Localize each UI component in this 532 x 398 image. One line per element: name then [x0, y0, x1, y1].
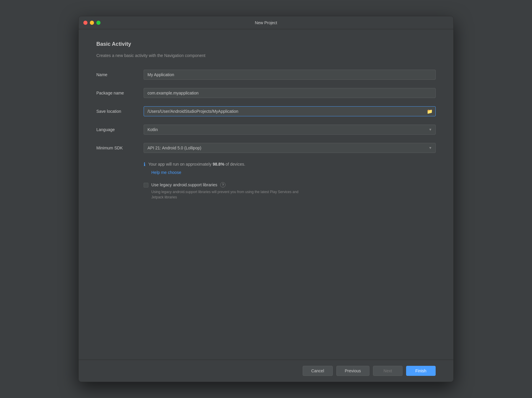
info-text-suffix: of devices.	[224, 162, 245, 167]
help-me-choose-link[interactable]: Help me choose	[151, 170, 181, 175]
package-input[interactable]	[144, 88, 436, 98]
checkbox-help-icon[interactable]: ?	[220, 182, 226, 187]
language-row: Language Kotlin Java ▼	[96, 125, 436, 135]
info-text-prefix: Your app will run on approximately	[148, 162, 213, 167]
close-button[interactable]	[83, 21, 87, 25]
legacy-libraries-checkbox[interactable]	[144, 183, 148, 187]
info-text: Your app will run on approximately 98.8%…	[148, 161, 245, 167]
language-select[interactable]: Kotlin Java	[144, 125, 436, 135]
info-section: ℹ Your app will run on approximately 98.…	[144, 161, 436, 175]
min-sdk-select[interactable]: API 21: Android 5.0 (Lollipop) API 22: A…	[144, 143, 436, 153]
section-title: Basic Activity	[96, 41, 436, 47]
next-button: Next	[373, 366, 403, 376]
min-sdk-row: Minimum SDK API 21: Android 5.0 (Lollipo…	[96, 143, 436, 153]
footer: Cancel Previous Next Finish	[79, 360, 453, 382]
form-content: Basic Activity Creates a new basic activ…	[79, 29, 453, 360]
section-subtitle: Creates a new basic activity with the Na…	[96, 53, 436, 58]
package-row: Package name	[96, 88, 436, 98]
min-sdk-select-wrapper: API 21: Android 5.0 (Lollipop) API 22: A…	[144, 143, 436, 153]
maximize-button[interactable]	[96, 21, 100, 25]
min-sdk-label: Minimum SDK	[96, 146, 144, 150]
info-row: ℹ Your app will run on approximately 98.…	[144, 161, 436, 167]
save-location-input[interactable]	[144, 106, 436, 116]
previous-button[interactable]: Previous	[336, 366, 369, 376]
info-icon: ℹ	[144, 162, 145, 167]
checkbox-label-group: Use legacy android.support libraries ? U…	[151, 182, 299, 200]
window-title: New Project	[255, 20, 277, 25]
save-location-row: Save location 📁	[96, 106, 436, 116]
checkbox-label-row: Use legacy android.support libraries ?	[151, 182, 299, 187]
save-location-label: Save location	[96, 109, 144, 114]
new-project-window: New Project Basic Activity Creates a new…	[78, 16, 454, 382]
name-label: Name	[96, 72, 144, 77]
package-label: Package name	[96, 91, 144, 95]
name-input[interactable]	[144, 70, 436, 80]
checkbox-description: Using legacy android.support libraries w…	[151, 189, 299, 200]
minimize-button[interactable]	[90, 21, 94, 25]
window-controls	[83, 21, 100, 25]
name-row: Name	[96, 70, 436, 80]
finish-button[interactable]: Finish	[406, 366, 436, 376]
checkbox-label: Use legacy android.support libraries	[151, 182, 217, 187]
language-select-wrapper: Kotlin Java ▼	[144, 125, 436, 135]
language-label: Language	[96, 127, 144, 132]
checkbox-row: Use legacy android.support libraries ? U…	[144, 182, 436, 200]
save-location-wrapper: 📁	[144, 106, 436, 116]
cancel-button[interactable]: Cancel	[303, 366, 333, 376]
info-percentage: 98.8%	[213, 162, 224, 167]
folder-icon[interactable]: 📁	[427, 109, 433, 114]
title-bar: New Project	[79, 16, 453, 29]
